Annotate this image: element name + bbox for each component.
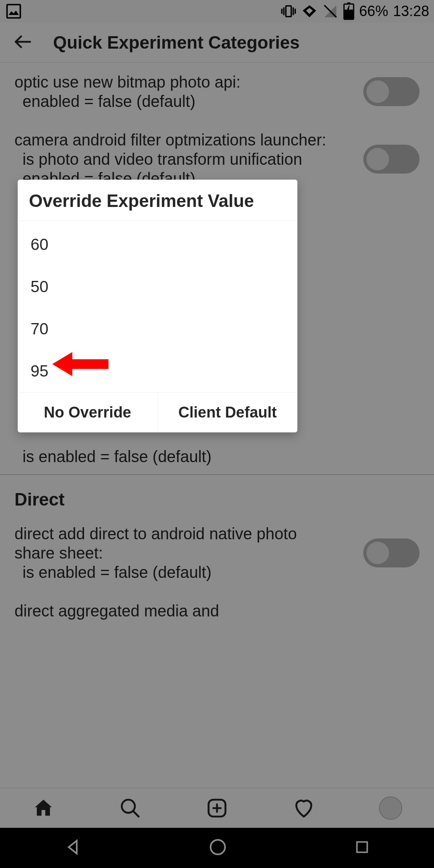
dialog-option-60[interactable]: 60 <box>18 223 297 266</box>
modal-overlay[interactable] <box>0 0 434 868</box>
dialog-option-95[interactable]: 95 <box>18 350 297 392</box>
dialog-option-70[interactable]: 70 <box>18 308 297 350</box>
client-default-button[interactable]: Client Default <box>158 393 298 432</box>
no-override-button[interactable]: No Override <box>18 393 158 432</box>
dialog-title: Override Experiment Value <box>18 180 297 221</box>
dialog-option-50[interactable]: 50 <box>18 266 297 308</box>
override-dialog: Override Experiment Value 60 50 70 95 No… <box>18 180 297 432</box>
